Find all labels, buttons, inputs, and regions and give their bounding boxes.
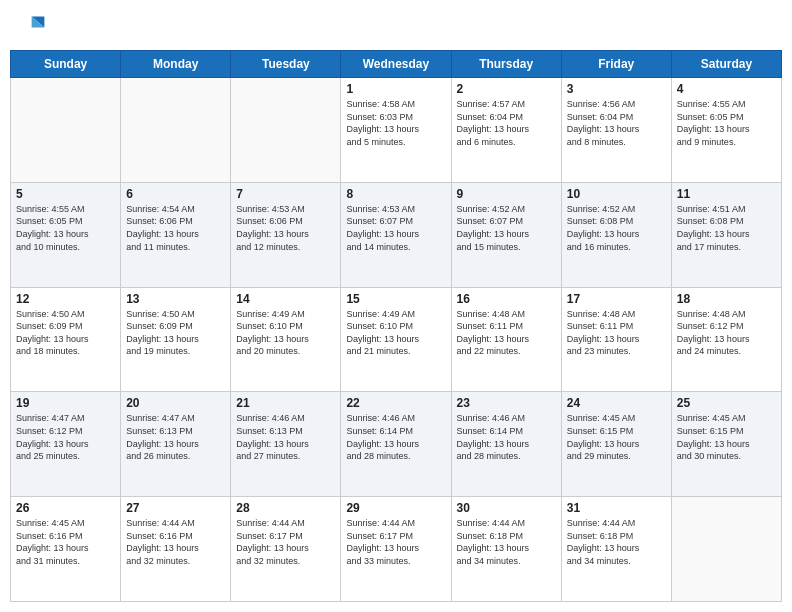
calendar-cell: 12Sunrise: 4:50 AM Sunset: 6:09 PM Dayli… [11,287,121,392]
calendar-cell: 31Sunrise: 4:44 AM Sunset: 6:18 PM Dayli… [561,497,671,602]
calendar-cell: 9Sunrise: 4:52 AM Sunset: 6:07 PM Daylig… [451,182,561,287]
calendar-cell: 1Sunrise: 4:58 AM Sunset: 6:03 PM Daylig… [341,78,451,183]
weekday-header: Sunday [11,51,121,78]
day-info: Sunrise: 4:44 AM Sunset: 6:18 PM Dayligh… [457,517,556,567]
day-info: Sunrise: 4:53 AM Sunset: 6:07 PM Dayligh… [346,203,445,253]
calendar-cell: 15Sunrise: 4:49 AM Sunset: 6:10 PM Dayli… [341,287,451,392]
calendar-week-row: 12Sunrise: 4:50 AM Sunset: 6:09 PM Dayli… [11,287,782,392]
day-info: Sunrise: 4:49 AM Sunset: 6:10 PM Dayligh… [346,308,445,358]
weekday-header: Tuesday [231,51,341,78]
calendar-body: 1Sunrise: 4:58 AM Sunset: 6:03 PM Daylig… [11,78,782,602]
day-info: Sunrise: 4:46 AM Sunset: 6:13 PM Dayligh… [236,412,335,462]
day-info: Sunrise: 4:45 AM Sunset: 6:15 PM Dayligh… [567,412,666,462]
day-info: Sunrise: 4:51 AM Sunset: 6:08 PM Dayligh… [677,203,776,253]
day-number: 25 [677,396,776,410]
day-info: Sunrise: 4:46 AM Sunset: 6:14 PM Dayligh… [346,412,445,462]
calendar-cell [121,78,231,183]
day-number: 2 [457,82,556,96]
day-number: 28 [236,501,335,515]
calendar-cell: 22Sunrise: 4:46 AM Sunset: 6:14 PM Dayli… [341,392,451,497]
calendar-cell: 30Sunrise: 4:44 AM Sunset: 6:18 PM Dayli… [451,497,561,602]
calendar-cell: 6Sunrise: 4:54 AM Sunset: 6:06 PM Daylig… [121,182,231,287]
calendar-cell: 8Sunrise: 4:53 AM Sunset: 6:07 PM Daylig… [341,182,451,287]
calendar-cell: 26Sunrise: 4:45 AM Sunset: 6:16 PM Dayli… [11,497,121,602]
day-number: 21 [236,396,335,410]
calendar-cell: 16Sunrise: 4:48 AM Sunset: 6:11 PM Dayli… [451,287,561,392]
day-info: Sunrise: 4:50 AM Sunset: 6:09 PM Dayligh… [16,308,115,358]
calendar-cell: 4Sunrise: 4:55 AM Sunset: 6:05 PM Daylig… [671,78,781,183]
day-number: 13 [126,292,225,306]
calendar-cell [671,497,781,602]
weekday-header: Thursday [451,51,561,78]
calendar-cell [11,78,121,183]
day-number: 23 [457,396,556,410]
calendar-week-row: 5Sunrise: 4:55 AM Sunset: 6:05 PM Daylig… [11,182,782,287]
day-number: 10 [567,187,666,201]
weekday-header: Monday [121,51,231,78]
day-info: Sunrise: 4:44 AM Sunset: 6:17 PM Dayligh… [236,517,335,567]
calendar-cell: 20Sunrise: 4:47 AM Sunset: 6:13 PM Dayli… [121,392,231,497]
day-info: Sunrise: 4:47 AM Sunset: 6:12 PM Dayligh… [16,412,115,462]
day-info: Sunrise: 4:52 AM Sunset: 6:07 PM Dayligh… [457,203,556,253]
day-number: 1 [346,82,445,96]
calendar-week-row: 1Sunrise: 4:58 AM Sunset: 6:03 PM Daylig… [11,78,782,183]
day-info: Sunrise: 4:44 AM Sunset: 6:18 PM Dayligh… [567,517,666,567]
calendar-cell [231,78,341,183]
day-number: 7 [236,187,335,201]
day-number: 5 [16,187,115,201]
day-info: Sunrise: 4:46 AM Sunset: 6:14 PM Dayligh… [457,412,556,462]
day-number: 30 [457,501,556,515]
day-info: Sunrise: 4:55 AM Sunset: 6:05 PM Dayligh… [677,98,776,148]
calendar-cell: 5Sunrise: 4:55 AM Sunset: 6:05 PM Daylig… [11,182,121,287]
day-info: Sunrise: 4:44 AM Sunset: 6:17 PM Dayligh… [346,517,445,567]
day-info: Sunrise: 4:47 AM Sunset: 6:13 PM Dayligh… [126,412,225,462]
calendar-cell: 27Sunrise: 4:44 AM Sunset: 6:16 PM Dayli… [121,497,231,602]
calendar-cell: 14Sunrise: 4:49 AM Sunset: 6:10 PM Dayli… [231,287,341,392]
day-info: Sunrise: 4:48 AM Sunset: 6:11 PM Dayligh… [567,308,666,358]
calendar-cell: 13Sunrise: 4:50 AM Sunset: 6:09 PM Dayli… [121,287,231,392]
day-number: 16 [457,292,556,306]
calendar-table: SundayMondayTuesdayWednesdayThursdayFrid… [10,50,782,602]
calendar-cell: 11Sunrise: 4:51 AM Sunset: 6:08 PM Dayli… [671,182,781,287]
page: SundayMondayTuesdayWednesdayThursdayFrid… [0,0,792,612]
calendar-cell: 19Sunrise: 4:47 AM Sunset: 6:12 PM Dayli… [11,392,121,497]
calendar-cell: 10Sunrise: 4:52 AM Sunset: 6:08 PM Dayli… [561,182,671,287]
day-number: 14 [236,292,335,306]
logo-icon [14,10,46,42]
day-number: 31 [567,501,666,515]
weekday-header: Friday [561,51,671,78]
day-number: 29 [346,501,445,515]
day-number: 26 [16,501,115,515]
day-number: 11 [677,187,776,201]
weekday-header: Saturday [671,51,781,78]
calendar-cell: 29Sunrise: 4:44 AM Sunset: 6:17 PM Dayli… [341,497,451,602]
day-info: Sunrise: 4:56 AM Sunset: 6:04 PM Dayligh… [567,98,666,148]
calendar-cell: 17Sunrise: 4:48 AM Sunset: 6:11 PM Dayli… [561,287,671,392]
calendar-cell: 24Sunrise: 4:45 AM Sunset: 6:15 PM Dayli… [561,392,671,497]
day-number: 3 [567,82,666,96]
day-number: 19 [16,396,115,410]
logo [14,10,50,42]
day-number: 24 [567,396,666,410]
day-number: 27 [126,501,225,515]
day-number: 6 [126,187,225,201]
calendar-cell: 25Sunrise: 4:45 AM Sunset: 6:15 PM Dayli… [671,392,781,497]
day-number: 4 [677,82,776,96]
calendar-cell: 23Sunrise: 4:46 AM Sunset: 6:14 PM Dayli… [451,392,561,497]
day-number: 22 [346,396,445,410]
weekday-header: Wednesday [341,51,451,78]
day-number: 20 [126,396,225,410]
day-number: 8 [346,187,445,201]
day-info: Sunrise: 4:50 AM Sunset: 6:09 PM Dayligh… [126,308,225,358]
calendar-cell: 28Sunrise: 4:44 AM Sunset: 6:17 PM Dayli… [231,497,341,602]
day-info: Sunrise: 4:48 AM Sunset: 6:12 PM Dayligh… [677,308,776,358]
calendar-week-row: 26Sunrise: 4:45 AM Sunset: 6:16 PM Dayli… [11,497,782,602]
day-number: 15 [346,292,445,306]
calendar-cell: 2Sunrise: 4:57 AM Sunset: 6:04 PM Daylig… [451,78,561,183]
day-number: 12 [16,292,115,306]
day-info: Sunrise: 4:57 AM Sunset: 6:04 PM Dayligh… [457,98,556,148]
calendar-cell: 3Sunrise: 4:56 AM Sunset: 6:04 PM Daylig… [561,78,671,183]
day-info: Sunrise: 4:53 AM Sunset: 6:06 PM Dayligh… [236,203,335,253]
day-number: 9 [457,187,556,201]
day-info: Sunrise: 4:45 AM Sunset: 6:16 PM Dayligh… [16,517,115,567]
